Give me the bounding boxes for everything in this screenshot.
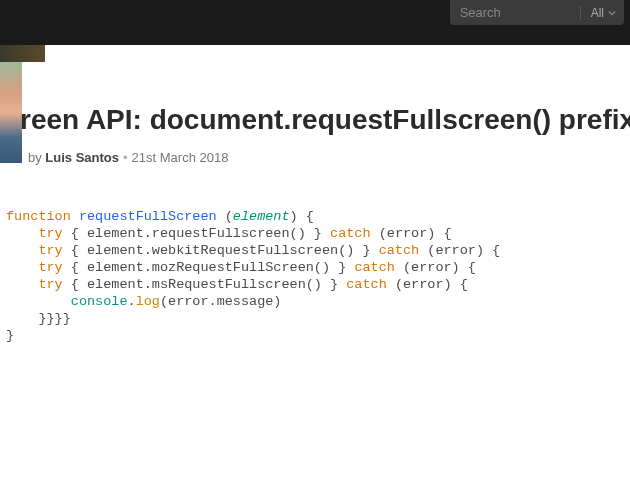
code-token: try [38, 243, 62, 258]
code-token: try [38, 226, 62, 241]
author-name[interactable]: Luis Santos [45, 150, 119, 165]
code-token: { element.webkitRequestFullscreen() } [63, 243, 379, 258]
search-input[interactable] [450, 1, 580, 24]
code-token: element [233, 209, 290, 224]
code-token: catch [346, 277, 387, 292]
code-token: } [6, 328, 14, 343]
by-label: by [28, 150, 45, 165]
code-token [6, 243, 38, 258]
code-token: try [38, 260, 62, 275]
code-token: { element.mozRequestFullScreen() } [63, 260, 355, 275]
code-token: console [71, 294, 128, 309]
search-scope-label: All [591, 6, 604, 20]
code-token [6, 294, 71, 309]
code-token [6, 226, 38, 241]
code-token: function [6, 209, 71, 224]
code-token [71, 209, 79, 224]
code-snippet: function requestFullScreen (element) { t… [6, 208, 630, 344]
chevron-down-icon [608, 9, 616, 17]
code-token: (error.message) [160, 294, 282, 309]
code-token: (error) { [387, 277, 468, 292]
top-bar: All [0, 0, 630, 45]
code-token: requestFullScreen [79, 209, 217, 224]
code-token: ) { [290, 209, 314, 224]
code-token: catch [354, 260, 395, 275]
code-token: . [128, 294, 136, 309]
post-title: reen API: document.requestFullscreen() p… [20, 104, 630, 136]
code-token: catch [379, 243, 420, 258]
code-token: }}}} [6, 311, 71, 326]
code-token [6, 260, 38, 275]
search-scope-dropdown[interactable]: All [581, 6, 624, 20]
author-avatar [0, 62, 22, 163]
separator: • [123, 150, 128, 165]
cover-image-fragment [0, 45, 45, 62]
post-byline: by Luis Santos•21st March 2018 [28, 150, 228, 165]
post-date: 21st March 2018 [132, 150, 229, 165]
code-token: (error) { [395, 260, 476, 275]
code-token: log [136, 294, 160, 309]
search-box: All [450, 0, 624, 25]
code-token: catch [330, 226, 371, 241]
code-token: { element.requestFullscreen() } [63, 226, 330, 241]
code-token: (error) { [371, 226, 452, 241]
code-token: try [38, 277, 62, 292]
code-token [6, 277, 38, 292]
code-token: { element.msRequestFullscreen() } [63, 277, 347, 292]
code-token: ( [217, 209, 233, 224]
code-token: (error) { [419, 243, 500, 258]
